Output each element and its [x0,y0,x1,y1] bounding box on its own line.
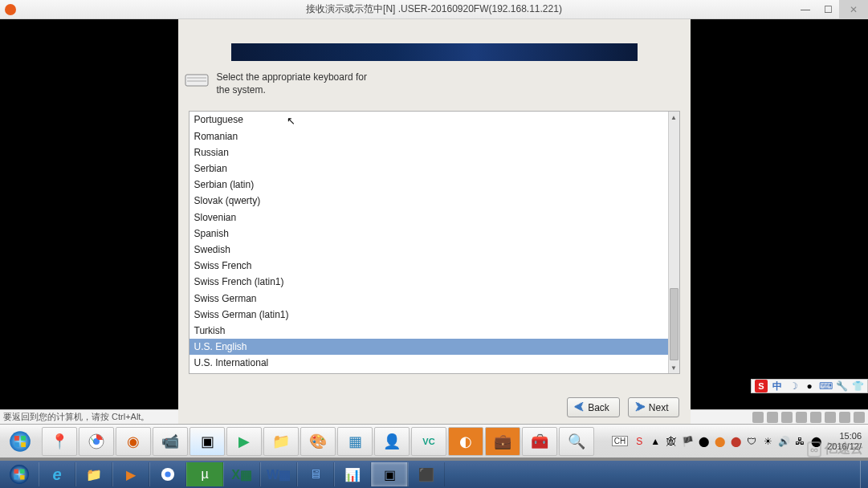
vnc-icon[interactable]: VC [411,427,446,456]
keyboard-option[interactable]: Portuguese [189,112,668,128]
scroll-up-button[interactable]: ▲ [669,112,679,123]
wmp-icon[interactable]: ▶ [112,462,149,486]
ime-toolbar[interactable]: S 中 ☽ ● ⌨ 🔧 👕 [751,379,868,393]
tray-icon[interactable]: ⬤ [697,435,710,448]
sogou-icon[interactable]: S [755,380,768,392]
guest-taskbar[interactable]: 📍 ◉ 📹 ▣ ▶ 📁 🎨 ▦ 👤 VC ◐ 💼 🧰 🔍 CH S ▲ 🕸 🏴 … [0,424,868,458]
tray-icon[interactable]: S [633,435,646,448]
keyboard-option[interactable]: Swiss French [189,258,668,274]
ime-softkeyboard-icon[interactable]: ⌨ [819,380,832,392]
chrome-icon[interactable] [149,462,186,486]
watermark-text: 亿速云 [825,441,863,458]
keyboard-option[interactable]: Swiss German [189,291,668,307]
next-label: Next [649,402,669,413]
minimize-button[interactable]: — [794,0,817,19]
tray-flag-icon[interactable]: 🏴 [681,435,694,448]
ie-icon[interactable]: e [39,462,75,486]
close-button[interactable]: ✕ [839,0,868,19]
taskbar-app-icon[interactable]: ▦ [337,427,373,456]
vmware-status-icons [752,412,865,423]
explorer-icon[interactable]: 📁 [75,462,112,486]
ime-moon-icon[interactable]: ☽ [787,380,800,392]
vm-window-title: 接收演示或示范中[N] .USER-20160920FW(192.168.11.… [0,2,868,16]
guest-time: 15:06 [827,431,862,441]
keyboard-option[interactable]: U.S. English [189,339,668,355]
host-start-button[interactable] [2,462,37,486]
device-icon[interactable] [854,412,865,423]
ime-punct-icon[interactable]: ● [803,380,816,392]
host-app-icon[interactable]: 🖥 [297,462,334,486]
svg-rect-13 [14,475,18,479]
device-icon[interactable] [825,412,836,423]
keyboard-option[interactable]: Swiss French (latin1) [189,274,668,290]
guest-start-button[interactable] [3,428,37,455]
device-icon[interactable] [767,412,778,423]
svg-rect-7 [21,442,26,447]
taskbar-app-icon[interactable]: ▶ [226,427,262,456]
listbox-scrollbar[interactable]: ▲ ▼ [668,112,679,373]
network-icon[interactable]: 🖧 [793,435,806,448]
ime-lang-icon[interactable]: 中 [771,380,784,392]
svg-point-3 [10,431,31,452]
vmware-icon[interactable]: ▣ [189,427,225,456]
device-icon[interactable] [839,412,850,423]
vmware-hint-text: 要返回到您的计算机，请按 Ctrl+Alt。 [3,411,149,423]
chrome-icon[interactable] [79,427,114,456]
keyboard-list-inner[interactable]: PortugueseRomanianRussianSerbianSerbian … [189,112,668,373]
vmware-player-icon[interactable]: ▣ [371,462,408,486]
word-icon[interactable]: W▦ [260,462,297,486]
device-icon[interactable] [796,412,807,423]
arrow-left-icon: ⮜ [574,401,585,413]
taskbar-app-icon[interactable]: 🎨 [300,427,336,456]
host-app-icon[interactable]: ⬛ [408,462,445,486]
ime-settings-icon[interactable]: 🔧 [835,380,848,392]
foxit-icon[interactable]: ◐ [448,427,483,456]
keyboard-option[interactable]: U.S. International [189,355,668,371]
scroll-thumb[interactable] [670,288,679,360]
device-icon[interactable] [781,412,793,423]
vm-display-area: Select the appropriate keyboard for the … [0,19,868,409]
keyboard-option[interactable]: Slovak (qwerty) [189,193,668,209]
keyboard-option[interactable]: Turkish [189,323,668,339]
device-icon[interactable] [810,412,821,423]
tray-icon[interactable]: ⬤ [729,435,742,448]
tray-icon[interactable]: ⬤ [713,435,726,448]
arrow-right-icon: ⮞ [635,401,646,413]
show-desktop-button[interactable] [860,461,868,488]
keyboard-option[interactable]: Spanish [189,226,668,242]
keyboard-option[interactable]: Ukrainian [189,372,668,374]
ime-skin-icon[interactable]: 👕 [851,380,864,392]
tray-icon[interactable]: 🛡 [745,435,758,448]
utorrent-icon[interactable]: µ [186,462,223,486]
host-taskbar[interactable]: e 📁 ▶ µ X▦ W▦ 🖥 📊 ▣ ⬛ [0,461,868,488]
taskbar-app-icon[interactable]: 👤 [374,427,410,456]
tray-icon[interactable]: 🕸 [665,435,678,448]
tray-icon[interactable]: ▲ [649,435,662,448]
keyboard-option[interactable]: Slovenian [189,209,668,226]
device-icon[interactable] [752,412,764,423]
host-app-icon[interactable]: 📊 [334,462,371,486]
prompt-text: Select the appropriate keyboard for the … [217,71,367,96]
tray-icon[interactable]: ☀ [761,435,774,448]
maximize-button[interactable]: ☐ [817,0,839,19]
volume-icon[interactable]: 🔊 [777,435,790,448]
keyboard-option[interactable]: Romanian [189,128,668,144]
taskbar-app-icon[interactable]: 🔍 [559,427,594,456]
scroll-down-button[interactable]: ▼ [669,362,679,373]
explorer-icon[interactable]: 📁 [263,427,299,456]
taskbar-app-icon[interactable]: ◉ [116,427,151,456]
keyboard-listbox[interactable]: PortugueseRomanianRussianSerbianSerbian … [189,111,680,374]
next-button[interactable]: ⮞ Next [628,397,679,417]
taskbar-app-icon[interactable]: 💼 [485,427,520,456]
taskbar-app-icon[interactable]: 📍 [42,427,77,456]
taskbar-app-icon[interactable]: 📹 [153,427,188,456]
back-button[interactable]: ⮜ Back [567,397,620,417]
keyboard-option[interactable]: Swiss German (latin1) [189,307,668,323]
keyboard-option[interactable]: Serbian (latin) [189,177,668,193]
keyboard-option[interactable]: Swedish [189,242,668,258]
keyboard-option[interactable]: Serbian [189,161,668,177]
lang-indicator[interactable]: CH [612,436,628,446]
taskbar-app-icon[interactable]: 🧰 [522,427,557,456]
keyboard-option[interactable]: Russian [189,144,668,161]
excel-icon[interactable]: X▦ [223,462,260,486]
